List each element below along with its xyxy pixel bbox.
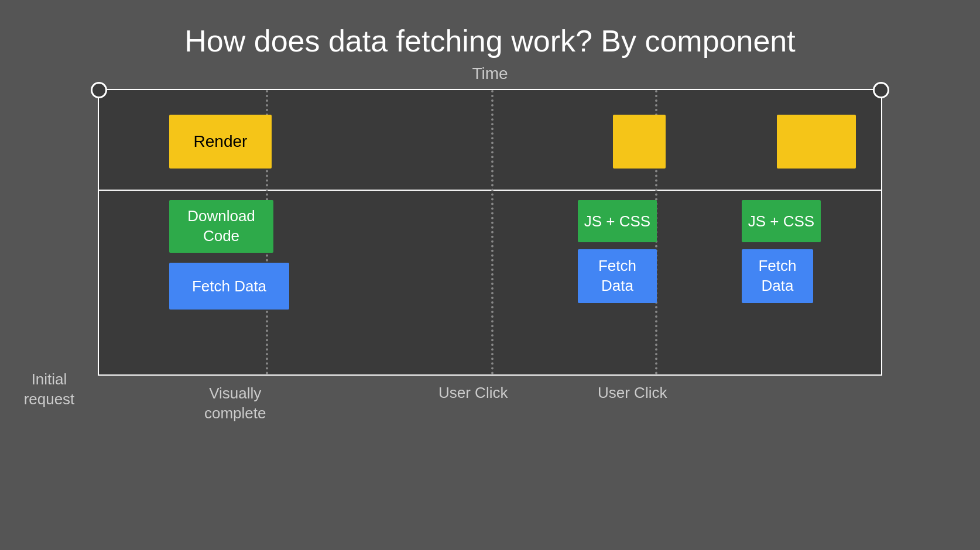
fetch-data-block-2: FetchData bbox=[578, 249, 657, 303]
diagram-wrapper: Render DownloadCode JS + CSS JS + CSS Fe… bbox=[98, 89, 882, 376]
user-click-label-1: User Click bbox=[438, 384, 508, 402]
timeline-line bbox=[99, 374, 881, 376]
render-block: Render bbox=[169, 115, 272, 169]
js-css-block-2: JS + CSS bbox=[742, 200, 821, 242]
js-css-block-1: JS + CSS bbox=[578, 200, 657, 242]
v-dotted-2 bbox=[491, 90, 494, 374]
timeline-circle-right bbox=[873, 82, 889, 98]
user-click-label-2: User Click bbox=[598, 384, 667, 402]
h-divider bbox=[99, 190, 881, 191]
visually-complete-label: Visuallycomplete bbox=[204, 384, 266, 424]
initial-request-label: Initialrequest bbox=[14, 370, 84, 410]
timeline-circle-left bbox=[91, 82, 107, 98]
time-label: Time bbox=[472, 64, 508, 83]
yellow-block-3 bbox=[777, 115, 856, 169]
yellow-block-2 bbox=[613, 115, 666, 169]
page-title: How does data fetching work? By componen… bbox=[184, 23, 795, 59]
fetch-data-block-3: FetchData bbox=[742, 249, 813, 303]
fetch-data-block-1: Fetch Data bbox=[169, 263, 289, 310]
diagram-box: Render DownloadCode JS + CSS JS + CSS Fe… bbox=[98, 89, 882, 376]
download-code-block: DownloadCode bbox=[169, 200, 273, 253]
